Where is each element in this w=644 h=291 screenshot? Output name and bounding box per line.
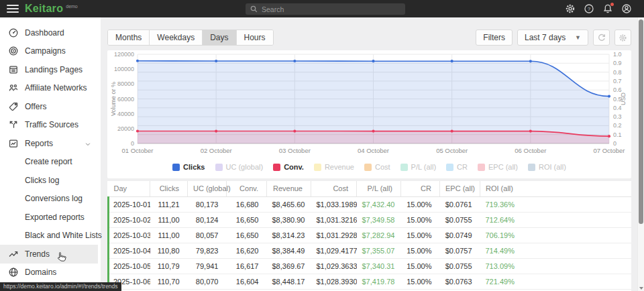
cell-epc-all-: $0.0755 — [440, 212, 480, 227]
affiliate-icon — [8, 82, 19, 93]
table-row[interactable]: 2025-10-03111,0080,05716,650$8,314.23$1,… — [109, 227, 632, 243]
tab-months[interactable]: Months — [108, 30, 150, 45]
y-axis-label-right: USD — [620, 93, 627, 106]
gear-icon — [619, 34, 627, 42]
sidebar-item-trends[interactable]: Trends — [0, 245, 98, 264]
chevron-down-icon: ▼ — [575, 34, 581, 41]
legend-item-roi-all-[interactable]: ROI (all) — [528, 163, 566, 171]
notifications-bell-icon[interactable] — [602, 3, 613, 14]
cell-epc-all-: $0.0761 — [440, 196, 480, 212]
sidebar-item-reports[interactable]: Reports — [0, 134, 98, 153]
legend-item-revenue[interactable]: Revenue — [314, 163, 354, 171]
cell-cr: 15.00% — [401, 274, 440, 289]
page-scrollbar[interactable] — [637, 17, 644, 291]
sidebar-item-conversions-log[interactable]: Conversions log — [0, 190, 98, 209]
sidebar-item-dashboard[interactable]: Dashboard — [0, 23, 98, 42]
x-tick: 07 October — [594, 147, 625, 154]
column-header-uc-global-[interactable]: UC (global) — [188, 181, 227, 196]
y-tick-left: 60000 — [117, 96, 134, 103]
column-header-clicks[interactable]: Clicks — [150, 181, 188, 196]
column-header-roi-all-[interactable]: ROI (all) — [480, 181, 632, 196]
cell-conv-: 16,680 — [227, 196, 267, 212]
y-tick-right: 0.2 — [613, 122, 622, 129]
legend-swatch — [528, 164, 535, 171]
cell-cr: 15.00% — [401, 227, 440, 243]
legend-item-uc-global-[interactable]: UC (global) — [215, 163, 264, 171]
sidebar-item-create-report[interactable]: Create report — [0, 153, 98, 172]
date-range-select[interactable]: Last 7 days ▼ — [517, 30, 588, 46]
area-conv — [138, 131, 609, 143]
search-input[interactable] — [262, 5, 401, 13]
point-conv — [293, 129, 296, 132]
sidebar-item-campaigns[interactable]: Campaigns — [0, 42, 98, 61]
column-header-cost[interactable]: Cost — [311, 181, 357, 196]
sidebar-item-landings-pages[interactable]: Landings Pages — [0, 60, 98, 79]
refresh-button[interactable] — [593, 30, 610, 46]
cell-p-l-all-: $7,432.40 — [357, 196, 401, 212]
notification-dot — [610, 3, 614, 6]
settings-gear-icon[interactable] — [565, 3, 576, 14]
global-search[interactable] — [246, 3, 405, 15]
y-tick-left: 0 — [131, 140, 134, 147]
trends-icon — [8, 249, 19, 259]
sidebar-item-clicks-log[interactable]: Clicks log — [0, 171, 98, 190]
filters-button[interactable]: Filters — [476, 30, 513, 46]
sidebar-item-label: Traffic Sources — [25, 120, 78, 129]
column-header-day[interactable]: Day — [109, 181, 150, 196]
chart-settings-button[interactable] — [614, 30, 631, 46]
cell-revenue: $8,448.17 — [267, 274, 311, 289]
table-row[interactable]: 2025-10-04110,8079,82316,620$8,384.49$1,… — [109, 243, 632, 258]
y-tick-right: 0.3 — [613, 113, 622, 120]
cell-cost: $1,033.1989 — [311, 196, 357, 212]
sidebar-item-affiliate-networks[interactable]: Affiliate Networks — [0, 79, 98, 98]
scrollbar-down-arrow[interactable] — [639, 287, 643, 290]
y-tick-right: 0 — [613, 140, 616, 147]
legend-item-cr[interactable]: CR — [446, 163, 468, 171]
cell-cost: $1,031.3216 — [311, 212, 357, 227]
hamburger-menu-icon[interactable] — [7, 5, 19, 13]
toolbar: MonthsWeekdaysDaysHours Filters Last 7 d… — [107, 30, 631, 46]
cell-uc-global-: 79,941 — [188, 258, 227, 274]
trends-line-chart[interactable]: 02000040000600008000010000012000000.10.2… — [107, 50, 631, 160]
sidebar-item-traffic-sources[interactable]: Traffic Sources — [0, 116, 98, 135]
table-row[interactable]: 2025-10-05110,7979,94116,617$8,369.67$1,… — [109, 258, 632, 274]
scrollbar-thumb[interactable] — [639, 19, 643, 224]
cell-epc-all-: $0.0755 — [440, 258, 480, 274]
y-tick-right: 0.7 — [613, 78, 622, 84]
account-icon[interactable] — [621, 3, 632, 14]
table-row[interactable]: 2025-10-02111,0080,12416,650$8,380.90$1,… — [109, 212, 632, 227]
table-row[interactable]: 2025-10-01111,2180,17316,680$8,465.60$1,… — [109, 196, 632, 212]
cell-uc-global-: 79,823 — [188, 243, 227, 258]
legend-item-epc-all-[interactable]: EPC (all) — [478, 163, 518, 171]
sidebar-item-label: Dashboard — [25, 28, 64, 38]
sidebar-item-offers[interactable]: Offers — [0, 97, 98, 116]
help-icon[interactable]: ? — [584, 3, 594, 14]
legend-item-clicks[interactable]: Clicks — [172, 163, 205, 171]
legend-item-p-l-all-[interactable]: P/L (all) — [400, 163, 437, 171]
cell-day: 2025-10-02 — [109, 212, 150, 227]
landings-icon — [8, 64, 19, 75]
column-header-conv-[interactable]: Conv. — [227, 181, 267, 196]
column-header-p-l-all-[interactable]: P/L (all) — [357, 181, 401, 196]
cell-p-l-all-: $7,340.31 — [357, 258, 401, 274]
tab-weekdays[interactable]: Weekdays — [150, 30, 203, 45]
column-header-epc-all-[interactable]: EPC (all) — [440, 181, 480, 196]
tab-hours[interactable]: Hours — [237, 30, 273, 45]
cell-cost: $1,029.3633 — [311, 258, 357, 274]
app-logo[interactable]: Keitaro — [25, 3, 63, 15]
sidebar-item-domains[interactable]: Domains — [0, 264, 98, 282]
legend-item-cost[interactable]: Cost — [364, 163, 390, 171]
column-header-revenue[interactable]: Revenue — [267, 181, 311, 196]
legend-label: CR — [457, 163, 468, 171]
column-header-cr[interactable]: CR — [401, 181, 440, 196]
logo-demo-badge: demo — [66, 4, 78, 9]
sidebar-item-black-and-white-lists[interactable]: Black and White Lists — [0, 227, 98, 245]
y-tick-left: 80000 — [117, 80, 134, 87]
y-tick-left: 20000 — [117, 125, 134, 132]
cell-day: 2025-10-04 — [109, 243, 150, 258]
sidebar-item-exported-reports[interactable]: Exported reports — [0, 208, 98, 227]
tab-days[interactable]: Days — [203, 30, 236, 45]
cell-uc-global-: 80,070 — [188, 274, 227, 289]
legend-item-conv-[interactable]: Conv. — [273, 163, 304, 171]
table-row[interactable]: 2025-10-06110,7080,07016,604$8,448.17$1,… — [109, 274, 632, 289]
